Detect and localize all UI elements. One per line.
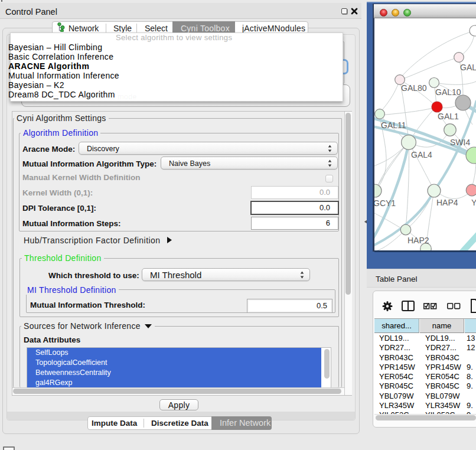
svg-text:GAL4: GAL4 [411, 150, 432, 159]
svg-text:GAL10: GAL10 [435, 87, 461, 97]
svg-text:SWI4: SWI4 [450, 138, 470, 147]
svg-text:GAL80: GAL80 [401, 83, 427, 93]
svg-text:Y: Y [471, 198, 476, 207]
svg-text:HAP4: HAP4 [436, 198, 458, 207]
svg-text:GAL1: GAL1 [438, 112, 459, 121]
svg-text:GAL: GAL [460, 63, 476, 72]
svg-text:GAL11: GAL11 [381, 120, 406, 130]
svg-text:GCY1: GCY1 [374, 198, 396, 208]
svg-text:HAP2: HAP2 [407, 236, 429, 245]
